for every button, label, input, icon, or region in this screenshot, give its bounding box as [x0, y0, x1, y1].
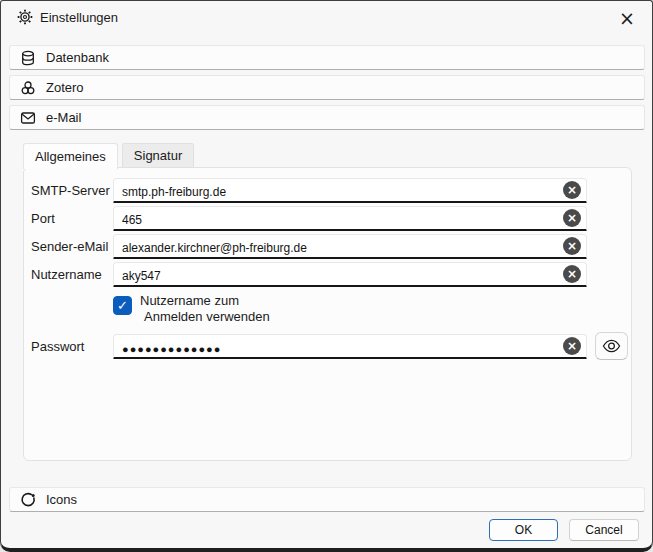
tab-signatur-label: Signatur: [134, 148, 182, 163]
tab-allgemeines-label: Allgemeines: [35, 149, 106, 164]
username-input[interactable]: [114, 263, 558, 284]
clear-password-button[interactable]: ×: [563, 337, 581, 355]
ok-button-label: OK: [515, 523, 532, 537]
clear-icon: ×: [567, 183, 577, 197]
close-icon: ×: [619, 7, 635, 29]
clear-sender-button[interactable]: ×: [563, 237, 581, 255]
section-header-email[interactable]: e-Mail: [9, 105, 645, 130]
section-header-zotero[interactable]: Zotero: [9, 75, 645, 100]
tab-allgemeines[interactable]: Allgemeines: [23, 143, 118, 169]
section-label-email: e-Mail: [46, 110, 81, 125]
port-field: ×: [113, 206, 587, 231]
clear-username-button[interactable]: ×: [563, 265, 581, 283]
settings-dialog: Einstellungen × Datenbank: [0, 0, 653, 552]
sender-email-field: ×: [113, 234, 587, 259]
database-icon: [20, 50, 36, 66]
clear-smtp-button[interactable]: ×: [563, 181, 581, 199]
port-label: Port: [31, 211, 55, 226]
password-input[interactable]: [114, 335, 558, 356]
use-username-for-login-label: Nutzername zum Anmelden verwenden: [140, 293, 270, 325]
mail-icon: [20, 110, 36, 126]
cancel-button[interactable]: Cancel: [569, 519, 639, 541]
smtp-server-input[interactable]: [114, 179, 558, 200]
username-label: Nutzername: [31, 267, 102, 282]
password-label: Passwort: [31, 339, 84, 354]
gear-icon: [17, 9, 33, 25]
title-bar: Einstellungen ×: [1, 1, 652, 35]
section-label-datenbank: Datenbank: [46, 50, 109, 65]
clear-icon: ×: [567, 239, 577, 253]
refresh-icon: [20, 492, 36, 508]
use-username-for-login-checkbox[interactable]: ✓: [113, 296, 132, 315]
smtp-server-label: SMTP-Server: [31, 183, 110, 198]
close-button[interactable]: ×: [610, 3, 644, 33]
show-password-button[interactable]: [595, 332, 628, 360]
clear-icon: ×: [567, 211, 577, 225]
sender-email-label: Sender-eMail: [31, 239, 108, 254]
eye-icon: [602, 339, 621, 353]
window-title: Einstellungen: [40, 10, 118, 25]
sender-email-input[interactable]: [114, 235, 558, 256]
section-header-datenbank[interactable]: Datenbank: [9, 45, 645, 70]
ok-button[interactable]: OK: [489, 519, 558, 541]
email-tab-bar: Allgemeines Signatur: [23, 143, 194, 168]
clear-port-button[interactable]: ×: [563, 209, 581, 227]
smtp-server-field: ×: [113, 178, 587, 203]
checkbox-label-line2: Anmelden verwenden: [140, 309, 270, 325]
zotero-icon: [20, 80, 36, 96]
password-field: ×: [113, 334, 587, 359]
clear-icon: ×: [567, 267, 577, 281]
clear-icon: ×: [567, 339, 577, 353]
section-label-zotero: Zotero: [46, 80, 84, 95]
section-label-icons: Icons: [46, 492, 77, 507]
tab-signatur[interactable]: Signatur: [122, 143, 194, 168]
cancel-button-label: Cancel: [585, 523, 622, 537]
section-header-icons[interactable]: Icons: [9, 487, 645, 512]
port-input[interactable]: [114, 207, 558, 228]
checkmark-icon: ✓: [117, 298, 128, 313]
checkbox-label-line1: Nutzername zum: [140, 293, 239, 308]
username-field: ×: [113, 262, 587, 287]
